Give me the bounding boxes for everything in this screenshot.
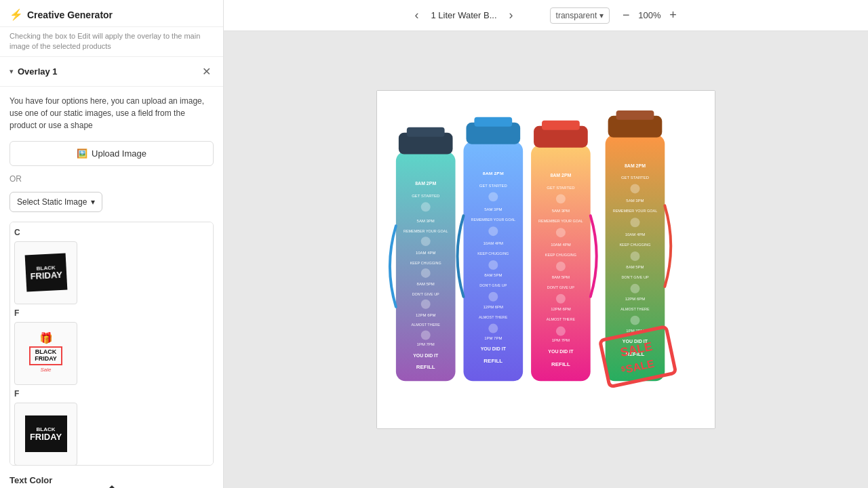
zoom-controls: − 100% + — [618, 7, 681, 24]
svg-point-48 — [556, 194, 566, 203]
svg-text:DON'T GIVE UP: DON'T GIVE UP — [412, 292, 439, 296]
section-f2: F — [14, 388, 209, 400]
svg-text:8AM    2PM: 8AM 2PM — [415, 181, 436, 186]
svg-text:12PM    6PM: 12PM 6PM — [416, 313, 436, 317]
select-static-button[interactable]: Select Static Image ▾ — [9, 192, 102, 212]
instruction-text: You have four options here, you can uplo… — [9, 95, 214, 131]
overlay-title: Overlay 1 — [18, 66, 58, 77]
svg-text:5AM    3PM: 5AM 3PM — [484, 207, 502, 211]
svg-text:REMEMBER YOUR GOAL: REMEMBER YOUR GOAL — [538, 219, 583, 223]
svg-text:KEEP CHUGGING: KEEP CHUGGING — [545, 253, 576, 257]
close-overlay-button[interactable]: ✕ — [199, 64, 214, 79]
svg-text:GET STARTED: GET STARTED — [547, 186, 575, 190]
select-static-dropdown: Select Static Image ▾ — [9, 192, 214, 212]
svg-text:12PM    6PM: 12PM 6PM — [484, 305, 504, 309]
svg-point-69 — [631, 184, 640, 193]
svg-text:REFILL: REFILL — [484, 358, 502, 364]
svg-text:12PM    6PM: 12PM 6PM — [625, 297, 646, 301]
svg-text:DON'T GIVE UP: DON'T GIVE UP — [621, 275, 648, 279]
overlay-header: ▾ Overlay 1 ✕ — [0, 57, 223, 87]
panel-description: Checking the box to Edit will apply the … — [0, 27, 223, 57]
svg-point-81 — [631, 316, 640, 325]
zoom-in-button[interactable]: + — [665, 7, 682, 24]
svg-text:1PM    7PM: 1PM 7PM — [484, 336, 502, 340]
static-image-item-bfsale[interactable]: 🎁 BLACKFRIDAY Sale — [14, 322, 77, 385]
svg-text:ALMOST THERE: ALMOST THERE — [620, 307, 650, 311]
prev-product-button[interactable]: ‹ — [410, 7, 422, 24]
svg-point-54 — [556, 262, 566, 271]
svg-text:YOU DID IT: YOU DID IT — [481, 346, 507, 351]
product-name: 1 Liter Water B... — [431, 10, 496, 20]
right-panel: ‹ 1 Liter Water B... › transparent ▾ − 1… — [224, 0, 868, 488]
svg-point-78 — [631, 284, 640, 293]
static-image-item-bf3[interactable]: BLACK FRIDAY — [14, 403, 77, 466]
svg-text:ALMOST THERE: ALMOST THERE — [479, 315, 508, 319]
svg-text:GET STARTED: GET STARTED — [412, 194, 440, 198]
svg-text:8AM    2PM: 8AM 2PM — [625, 163, 646, 168]
svg-text:8AM    2PM: 8AM 2PM — [550, 173, 571, 178]
svg-text:ALMOST THERE: ALMOST THERE — [547, 317, 576, 321]
upload-icon: 🖼️ — [77, 148, 87, 159]
svg-point-60 — [556, 327, 566, 336]
zoom-out-button[interactable]: − — [618, 7, 634, 24]
app-title: Creative Generator — [27, 9, 113, 20]
svg-text:KEEP CHUGGING: KEEP CHUGGING — [410, 261, 441, 265]
svg-text:1PM    7PM: 1PM 7PM — [417, 342, 435, 346]
svg-text:GET STARTED: GET STARTED — [479, 184, 508, 188]
svg-text:YOU DID IT: YOU DID IT — [548, 349, 574, 354]
overlay-header-left: ▾ Overlay 1 — [9, 66, 58, 77]
svg-text:ALMOST THERE: ALMOST THERE — [412, 323, 441, 327]
svg-text:8AM    5PM: 8AM 5PM — [484, 273, 502, 277]
svg-point-33 — [488, 260, 498, 270]
svg-point-12 — [421, 268, 431, 278]
svg-text:8AM    5PM: 8AM 5PM — [417, 282, 435, 286]
svg-text:12PM    6PM: 12PM 6PM — [551, 307, 571, 311]
svg-point-36 — [488, 292, 498, 302]
dropdown-chevron-icon: ▾ — [91, 197, 95, 207]
text-color-title: Text Color — [9, 475, 214, 485]
svg-text:10AM    4PM: 10AM 4PM — [551, 243, 571, 247]
section-f1: F — [14, 307, 209, 319]
app-header: ⚡ Creative Generator — [0, 0, 223, 27]
svg-text:REFILL: REFILL — [551, 361, 570, 367]
chevron-down-icon: ▾ — [9, 67, 14, 76]
upload-label: Upload Image — [92, 148, 146, 159]
product-image: 8AM 2PM GET STARTED 5AM 3PM REMEMBER YOU… — [377, 91, 715, 428]
upload-image-button[interactable]: 🖼️ Upload Image — [9, 141, 214, 166]
svg-text:5AM    3PM: 5AM 3PM — [417, 219, 435, 223]
svg-point-9 — [421, 237, 431, 246]
svg-text:DON'T GIVE UP: DON'T GIVE UP — [479, 283, 507, 287]
svg-point-27 — [488, 192, 498, 201]
svg-text:REFILL: REFILL — [416, 364, 435, 370]
svg-text:5AM    3PM: 5AM 3PM — [626, 199, 644, 203]
svg-point-75 — [631, 251, 640, 261]
svg-point-18 — [421, 331, 431, 340]
canvas-frame: 8AM 2PM GET STARTED 5AM 3PM REMEMBER YOU… — [376, 90, 715, 429]
lightning-icon: ⚡ — [9, 8, 23, 21]
svg-point-15 — [421, 300, 431, 309]
canvas-area: 8AM 2PM GET STARTED 5AM 3PM REMEMBER YOU… — [224, 31, 868, 488]
left-panel: ⚡ Creative Generator Checking the box to… — [0, 0, 224, 488]
svg-rect-3 — [407, 127, 445, 137]
select-static-label: Select Static Image — [17, 197, 87, 207]
svg-text:YOU DID IT: YOU DID IT — [413, 353, 439, 358]
background-selector[interactable]: transparent ▾ — [550, 7, 610, 24]
svg-text:8AM    5PM: 8AM 5PM — [626, 265, 644, 269]
svg-text:10AM    4PM: 10AM 4PM — [484, 241, 504, 245]
svg-text:REMEMBER YOUR GOAL: REMEMBER YOUR GOAL — [613, 209, 658, 213]
svg-point-72 — [631, 218, 640, 227]
next-product-button[interactable]: › — [505, 7, 517, 24]
svg-text:8AM    2PM: 8AM 2PM — [483, 171, 504, 176]
static-image-item-bf1[interactable]: BLACK FRIDAY — [14, 241, 77, 304]
svg-rect-66 — [616, 110, 654, 120]
svg-text:REMEMBER YOUR GOAL: REMEMBER YOUR GOAL — [403, 229, 448, 233]
svg-point-30 — [488, 226, 498, 236]
svg-point-51 — [556, 228, 566, 237]
svg-text:10AM    4PM: 10AM 4PM — [416, 251, 436, 255]
svg-text:KEEP CHUGGING: KEEP CHUGGING — [619, 243, 650, 247]
svg-text:8AM    5PM: 8AM 5PM — [552, 275, 570, 279]
svg-text:DON'T GIVE UP: DON'T GIVE UP — [547, 285, 574, 289]
bg-chevron-icon: ▾ — [599, 11, 604, 20]
text-color-section: Text Color #000000 — [9, 475, 214, 488]
svg-text:5AM    3PM: 5AM 3PM — [552, 209, 570, 213]
